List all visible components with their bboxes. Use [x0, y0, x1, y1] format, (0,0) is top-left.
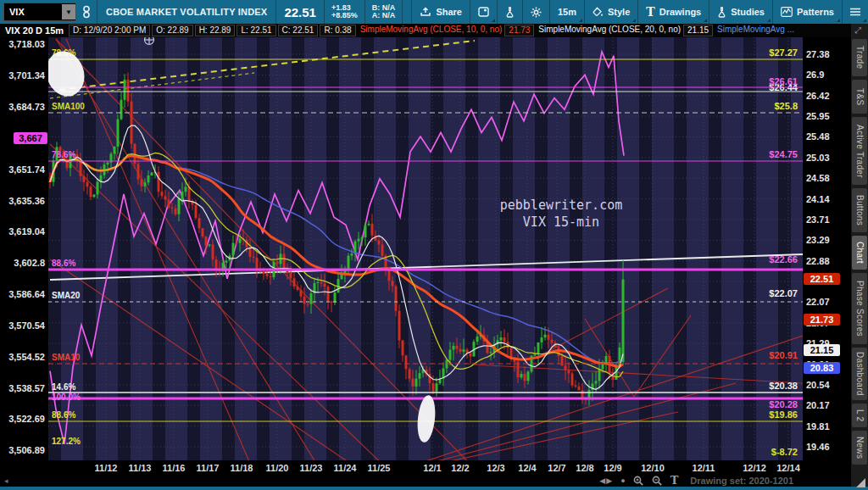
link-icon[interactable] — [76, 5, 97, 19]
settings-button[interactable] — [522, 0, 549, 24]
window-border — [0, 487, 868, 490]
zoom-out-icon[interactable] — [652, 476, 663, 487]
chart-plot-area[interactable] — [48, 37, 803, 460]
style-button[interactable]: Style — [584, 0, 637, 24]
toolbar-button-group: Share 15m Style T Drawings Studies Patte… — [411, 0, 868, 24]
ohlc-field: C: 22.51 — [278, 25, 319, 36]
sidebar-tab-phase-scores[interactable]: Phase Scores — [852, 273, 867, 344]
studies-button[interactable]: Studies — [709, 0, 772, 24]
tools-button[interactable] — [497, 0, 522, 24]
expand-icon[interactable]: ⤢ — [854, 25, 861, 36]
pan-arrows-icon[interactable]: ◀▶ — [599, 476, 613, 485]
chart-header: VIX 20 D 15m D: 12/9/20 2:00 PMO: 22.89H… — [0, 24, 851, 37]
flag-icon — [478, 7, 489, 17]
ohlc-field: H: 22.89 — [195, 25, 236, 36]
symbol-value: VIX — [4, 7, 62, 17]
timeframe-button[interactable]: 15m — [549, 0, 584, 24]
drawings-T-icon: T — [646, 7, 654, 17]
sidebar-tab-active-trader[interactable]: Active Trader — [852, 117, 867, 185]
sidebar-tab-chart[interactable]: Chart — [852, 236, 867, 270]
right-price-axis[interactable] — [803, 37, 851, 460]
cursor-dot-icon[interactable]: ● — [620, 476, 625, 485]
sidebar-tab-buttons[interactable]: Buttons — [852, 188, 867, 232]
menu-icon — [850, 8, 860, 16]
separator — [402, 0, 403, 24]
ohlc-field: L: 22.51 — [236, 25, 275, 36]
last-price: 22.51 — [276, 5, 324, 19]
sidebar-tab-trade[interactable]: Trade — [852, 39, 867, 76]
change-percent: +8.85% — [331, 12, 358, 20]
ohlc-fields: D: 12/9/20 2:00 PMO: 22.89H: 22.89L: 22.… — [69, 25, 358, 36]
symbol-description: CBOE MARKET VOLATILITY INDEX — [97, 7, 275, 17]
ohlc-field: R: 0.38 — [320, 25, 355, 36]
ohlc-field: O: 22.89 — [152, 25, 192, 36]
left-price-axis[interactable] — [0, 37, 48, 460]
drawing-set-label: Drawing set: 2020-1201 — [690, 476, 793, 486]
change-block: +1.83 +8.85% — [325, 4, 364, 20]
time-axis[interactable] — [48, 460, 803, 475]
study-label[interactable]: SimpleMovingAvg ... — [715, 25, 797, 36]
right-sidebar: ⤢ TradeT&SActive TraderButtonsChartPhase… — [851, 24, 868, 490]
text-tool-icon[interactable]: T — [670, 476, 679, 486]
sidebar-tab-news[interactable]: News — [852, 431, 867, 465]
ask-value: A: N/A — [372, 12, 396, 20]
resize-grip[interactable] — [856, 478, 865, 487]
pattern-wave-icon — [781, 7, 793, 17]
collapse-left-icon[interactable]: ◂ — [4, 476, 8, 485]
patterns-button[interactable]: Patterns — [772, 0, 842, 24]
share-button[interactable]: Share — [411, 0, 470, 24]
drawings-button[interactable]: T Drawings — [637, 0, 709, 24]
study-labels: SimpleMovingAvg (CLOSE, 10, 0, no)21.73S… — [358, 25, 797, 36]
bottom-tools: ◀▶ ● T — [599, 476, 678, 487]
sidebar-tab-l-2[interactable]: L 2 — [852, 404, 867, 427]
symbol-select[interactable]: VIX ▼ — [3, 3, 76, 21]
menu-button[interactable] — [842, 0, 868, 24]
bid-ask-block: B: N/A A: N/A — [365, 4, 403, 20]
study-value: 21.73 — [504, 25, 534, 36]
sidebar-tab-t-s[interactable]: T&S — [852, 80, 867, 114]
chart-title: VIX 20 D 15m — [0, 25, 69, 36]
flag-button[interactable] — [470, 0, 497, 24]
paint-bucket-icon — [593, 7, 604, 17]
beaker-icon — [717, 7, 726, 18]
top-toolbar: VIX ▼ CBOE MARKET VOLATILITY INDEX 22.51… — [0, 0, 868, 24]
ohlc-field: D: 12/9/20 2:00 PM — [69, 25, 150, 36]
gear-icon — [531, 7, 542, 18]
study-label[interactable]: SimpleMovingAvg (CLOSE, 20, 0, no) — [536, 25, 683, 36]
sidebar-tab-dashboard[interactable]: Dashboard — [852, 348, 867, 400]
chevron-down-icon[interactable]: ▼ — [62, 4, 75, 19]
study-value: 21.15 — [683, 25, 713, 36]
flask-icon — [505, 7, 515, 18]
bottom-bar: ◂ ◀▶ ● T Drawing set: 2020-1201 — [0, 475, 851, 487]
share-icon — [420, 7, 431, 17]
study-label[interactable]: SimpleMovingAvg (CLOSE, 10, 0, no) — [358, 25, 505, 36]
zoom-in-icon[interactable] — [633, 476, 644, 487]
